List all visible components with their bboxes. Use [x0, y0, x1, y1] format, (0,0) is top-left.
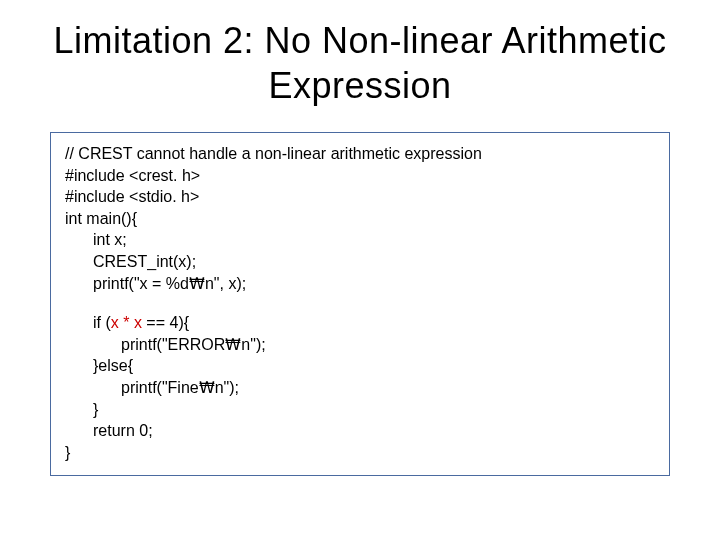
code-line: printf("x = %d₩n", x); — [65, 273, 655, 295]
code-line: } — [65, 442, 655, 464]
code-line: return 0; — [65, 420, 655, 442]
code-line: int x; — [65, 229, 655, 251]
code-line: } — [65, 399, 655, 421]
code-line: if (x * x == 4){ — [65, 312, 655, 334]
code-box: // CREST cannot handle a non-linear arit… — [50, 132, 670, 476]
blank-line — [65, 294, 655, 312]
slide-title: Limitation 2: No Non-linear Arithmetic E… — [50, 18, 670, 108]
code-line: // CREST cannot handle a non-linear arit… — [65, 143, 655, 165]
code-line: #include <stdio. h> — [65, 186, 655, 208]
code-token: == 4){ — [142, 314, 189, 331]
highlight-expression: x * x — [111, 314, 142, 331]
code-line: #include <crest. h> — [65, 165, 655, 187]
code-line: }else{ — [65, 355, 655, 377]
code-line: int main(){ — [65, 208, 655, 230]
code-line: printf("Fine₩n"); — [65, 377, 655, 399]
code-line: printf("ERROR₩n"); — [65, 334, 655, 356]
code-line: CREST_int(x); — [65, 251, 655, 273]
code-token: if ( — [93, 314, 111, 331]
